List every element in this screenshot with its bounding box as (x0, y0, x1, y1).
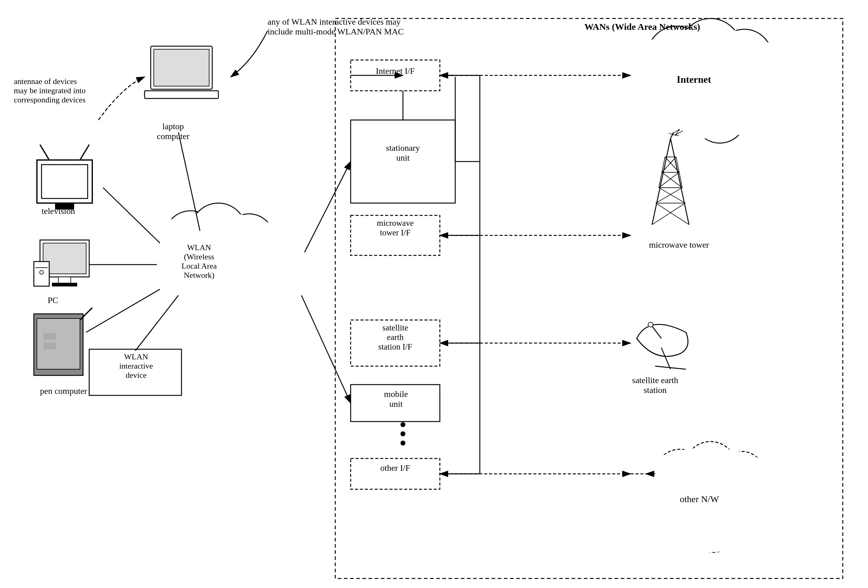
svg-line-88 (661, 348, 670, 369)
svg-point-9 (224, 214, 274, 263)
other-nw-label: other N/W (680, 494, 719, 504)
svg-line-89 (655, 366, 686, 369)
internet-label: Internet (677, 74, 711, 85)
svg-rect-108 (37, 318, 80, 369)
svg-point-29 (684, 442, 737, 494)
svg-line-85 (656, 188, 682, 203)
mobile-unit-label: mobileunit (352, 389, 440, 409)
svg-line-78 (659, 172, 662, 188)
svg-line-71 (670, 139, 689, 225)
satellite-label: satellite earthstation (632, 375, 678, 395)
svg-line-98 (80, 145, 89, 160)
svg-line-77 (676, 157, 679, 172)
svg-text:░░░: ░░░ (43, 342, 56, 349)
svg-point-28 (655, 449, 704, 498)
svg-line-62 (103, 188, 160, 243)
svg-line-86 (656, 203, 689, 225)
svg-point-24 (655, 86, 704, 135)
svg-point-106 (40, 270, 43, 274)
svg-line-84 (659, 188, 685, 203)
svg-point-33 (691, 506, 737, 552)
svg-rect-92 (151, 46, 212, 89)
television-label: television (41, 206, 75, 216)
stationary-unit-label: stationaryunit (352, 143, 454, 163)
svg-rect-4 (335, 18, 843, 578)
other-if-label: other I/F (352, 463, 438, 473)
svg-line-83 (659, 172, 679, 188)
svg-line-111 (80, 308, 92, 320)
svg-rect-96 (41, 165, 88, 198)
internet-if-label: Internet I/F (352, 66, 438, 76)
svg-point-21 (734, 52, 786, 105)
svg-line-76 (662, 157, 665, 172)
svg-point-22 (726, 77, 775, 126)
svg-line-90 (652, 326, 661, 338)
wlan-interactive-label: WLANinteractivedevice (91, 352, 182, 380)
svg-point-20 (717, 29, 772, 85)
svg-point-11 (234, 256, 277, 298)
svg-line-60 (304, 161, 351, 252)
pc-label: PC (48, 295, 58, 305)
svg-line-70 (652, 139, 670, 225)
microwave-tower-label: microwave tower (649, 240, 709, 250)
svg-line-66 (135, 295, 179, 351)
svg-rect-104 (34, 261, 49, 286)
satellite-if-label: satelliteearthstation I/F (352, 323, 438, 352)
svg-text:░░░: ░░░ (43, 333, 56, 340)
svg-line-80 (665, 157, 679, 172)
svg-rect-94 (145, 91, 218, 99)
svg-point-27 (641, 468, 688, 514)
wans-label: WANs (Wide Area Networks) (585, 22, 700, 32)
svg-rect-101 (43, 243, 86, 274)
svg-line-82 (662, 172, 682, 188)
svg-point-67 (400, 422, 405, 427)
svg-rect-95 (37, 160, 92, 203)
svg-point-32 (726, 495, 769, 538)
antennae-note: antennae of devices may be integrated in… (14, 77, 86, 105)
svg-point-91 (648, 322, 653, 327)
svg-point-69 (400, 440, 405, 446)
pen-computer-label: pen computer (40, 386, 87, 396)
svg-line-97 (40, 145, 49, 160)
svg-point-30 (717, 451, 765, 499)
svg-line-79 (679, 172, 682, 188)
svg-rect-103 (52, 283, 77, 286)
wlan-label: WLAN (Wireless Local Area Network) (182, 243, 217, 280)
svg-line-81 (662, 157, 676, 172)
svg-rect-100 (40, 240, 89, 277)
svg-line-64 (86, 289, 160, 332)
svg-point-10 (241, 235, 288, 282)
svg-rect-102 (58, 277, 71, 283)
svg-line-65 (179, 132, 200, 231)
svg-point-23 (694, 91, 746, 143)
svg-line-87 (652, 203, 685, 225)
svg-point-34 (649, 502, 692, 545)
laptop-label: laptopcomputer (157, 121, 189, 141)
svg-line-61 (301, 295, 351, 403)
svg-point-16 (640, 43, 775, 129)
top-note: any of WLAN interactive devices may incl… (267, 17, 404, 37)
svg-point-68 (400, 431, 405, 436)
svg-rect-107 (34, 314, 83, 375)
svg-rect-93 (154, 49, 209, 86)
svg-point-31 (733, 475, 777, 519)
microwave-if-label: microwavetower I/F (352, 219, 438, 238)
